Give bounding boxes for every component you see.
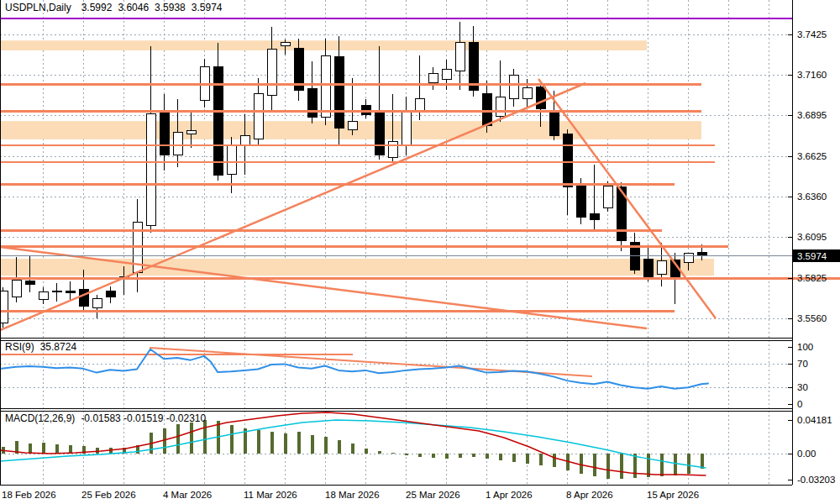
candle-body [590, 214, 599, 220]
candle-body [240, 135, 249, 144]
macd-histogram-bar [593, 454, 596, 476]
rsi-axis-label: 30 [797, 382, 808, 392]
macd-histogram-bar [499, 454, 502, 460]
macd-histogram-bar [338, 440, 341, 454]
date-axis-label: 18 Mar 2026 [325, 490, 380, 500]
macd-histogram-bar [190, 423, 193, 454]
macd-histogram-bar [459, 454, 462, 458]
candle-body [307, 88, 317, 117]
macd-histogram-bar [257, 430, 260, 454]
price-axis-label: 3.5825 [797, 273, 827, 283]
macd-histogram-bar [486, 454, 489, 459]
candle-body [186, 131, 196, 134]
macd-histogram-bar [55, 444, 59, 454]
candle-body [388, 142, 397, 158]
price-axis-label: 3.6895 [797, 110, 827, 120]
date-axis-label: 25 Feb 2026 [81, 490, 136, 500]
candle-body [563, 134, 572, 186]
macd-histogram-bar [512, 454, 516, 462]
candle-body [603, 186, 612, 207]
candle-body [522, 87, 532, 98]
macd-histogram-bar [526, 454, 529, 464]
candle-body [106, 291, 115, 297]
candle-body [281, 43, 290, 46]
candle-body [267, 49, 276, 95]
macd-histogram-bar [674, 454, 677, 475]
candle-body [52, 291, 61, 292]
rsi-axis-label: 70 [797, 359, 808, 369]
trendline[interactable] [0, 83, 585, 330]
candle-body [684, 254, 693, 263]
candle-body [200, 66, 209, 101]
macd-histogram-bar [42, 443, 45, 454]
macd-histogram-bar [418, 454, 422, 457]
macd-histogram-bar [297, 432, 301, 454]
macd-axis-label: -0.03203 [797, 475, 835, 485]
candle-body [79, 289, 88, 306]
macd-histogram-bar [405, 454, 408, 455]
rsi-indicator-label: RSI(9)35.8724 [5, 341, 82, 353]
candle-body [25, 281, 34, 285]
macd-histogram-bar [203, 420, 207, 454]
price-axis-label: 3.7160 [797, 70, 827, 80]
candle-body [321, 55, 330, 117]
quote-close: 3.5974 [192, 2, 223, 13]
macd-histogram-bar [620, 454, 623, 479]
macd-histogram-bar [230, 425, 234, 454]
candle-body [334, 56, 344, 128]
symbol-period-label: USDPLN,Daily [5, 2, 71, 13]
price-axis-label: 3.6625 [797, 151, 827, 161]
candle-body [348, 121, 357, 129]
candle-body [536, 87, 545, 108]
macd-histogram-bar [580, 454, 583, 474]
candle-body [415, 99, 424, 112]
candle-body [0, 291, 8, 323]
candle-body [442, 70, 451, 80]
macd-histogram-bar [351, 444, 354, 454]
macd-values: -0.01583 -0.01519 -0.02310 [81, 412, 206, 424]
macd-histogram-bar [163, 428, 166, 454]
macd-histogram-bar [432, 454, 435, 458]
price-axis-label: 3.6095 [797, 232, 827, 242]
date-axis-label: 25 Mar 2026 [406, 490, 460, 500]
date-axis-label: 8 Apr 2026 [566, 490, 613, 500]
macd-histogram-bar [687, 454, 690, 474]
macd-histogram-bar [445, 454, 449, 459]
quote-high: 3.6046 [118, 2, 149, 13]
chart-canvas[interactable]: 3.74253.71603.68953.66253.63603.60953.58… [0, 0, 840, 504]
rsi-axis-label: 100 [797, 342, 813, 352]
macd-name: MACD(12,26,9) [5, 412, 75, 424]
macd-histogram-bar [391, 453, 395, 454]
candle-body [643, 260, 653, 278]
candle-body [213, 66, 223, 175]
macd-histogram-bar [606, 454, 610, 479]
macd-histogram-bar [633, 454, 637, 478]
candle-body [402, 111, 411, 145]
rsi-value: 35.8724 [40, 341, 76, 353]
candle-body [428, 73, 438, 82]
quote-low: 3.5938 [155, 2, 186, 13]
quote-line: USDPLN,Daily3.59923.60463.59383.5974 [5, 2, 228, 13]
macd-histogram-bar [378, 451, 381, 454]
candle-body [254, 94, 263, 139]
candle-body [509, 76, 518, 99]
trading-chart-window: 3.74253.71603.68953.66253.63603.60953.58… [0, 0, 840, 504]
trendline[interactable] [538, 79, 716, 318]
price-axis-label: 3.7425 [797, 29, 827, 39]
candle-body [66, 291, 75, 292]
price-zone[interactable] [0, 40, 647, 50]
macd-histogram-bar [365, 449, 368, 454]
price-axis-label: 3.5560 [797, 313, 827, 323]
candle-body [160, 113, 169, 155]
candle-body [92, 299, 102, 308]
rsi-axis-label: 0 [797, 399, 802, 409]
candle-body [375, 113, 384, 155]
candle-body [482, 94, 491, 126]
macd-indicator-label: MACD(12,26,9)-0.01583 -0.01519 -0.02310 [5, 412, 212, 424]
candle-body [146, 113, 155, 225]
macd-histogram-bar [284, 433, 287, 454]
macd-histogram-bar [270, 432, 274, 454]
quote-open: 3.5992 [81, 2, 113, 13]
price-axis-label: 3.6360 [797, 192, 827, 202]
date-axis-label: 4 Mar 2026 [163, 490, 212, 500]
